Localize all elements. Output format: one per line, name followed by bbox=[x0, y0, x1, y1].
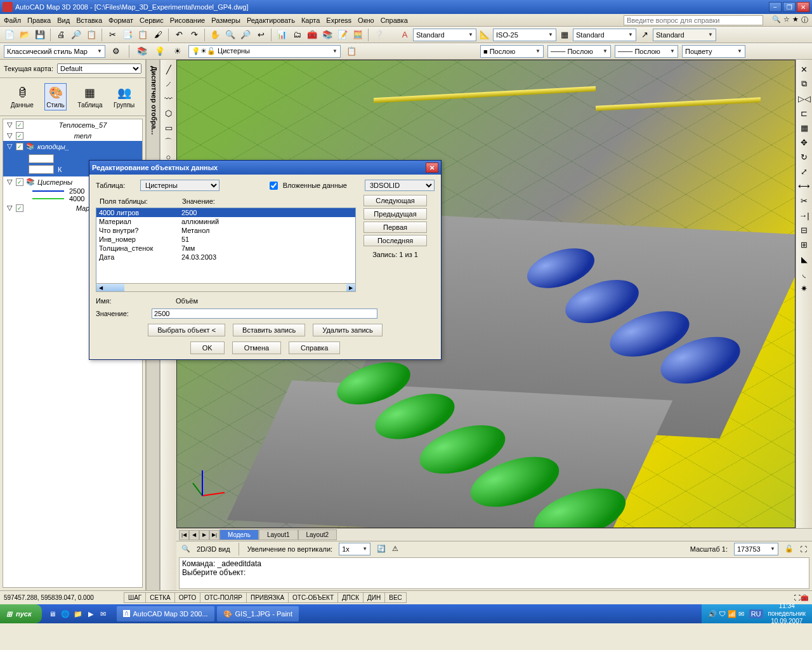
info-icon[interactable]: ⓘ bbox=[801, 15, 808, 25]
menu-window[interactable]: Окно bbox=[358, 17, 374, 24]
ql-desktop-icon[interactable]: 🖥 bbox=[47, 608, 58, 620]
menu-edit[interactable]: Правка bbox=[27, 17, 51, 24]
next-button[interactable]: Следующая bbox=[363, 195, 427, 206]
menu-service[interactable]: Сервис bbox=[140, 17, 164, 24]
menu-insert[interactable]: Вставка bbox=[76, 17, 102, 24]
ssm-icon[interactable]: 📚 bbox=[320, 28, 334, 42]
markup-icon[interactable]: 📝 bbox=[336, 28, 350, 42]
delete-record-button[interactable]: Удалить запись bbox=[313, 324, 383, 336]
minimize-button[interactable]: − bbox=[769, 2, 782, 12]
star2-icon[interactable]: ★ bbox=[792, 15, 799, 25]
mode-icon[interactable]: 🔍 bbox=[181, 545, 190, 553]
toggle-ducs[interactable]: ДПСК bbox=[337, 592, 363, 603]
copy-icon[interactable]: 📑 bbox=[121, 28, 134, 42]
text-style-combo[interactable]: Standard▼ bbox=[413, 29, 476, 41]
select-object-button[interactable]: Выбрать объект < bbox=[148, 324, 225, 336]
menu-map[interactable]: Карта bbox=[301, 17, 320, 24]
tab-prev-icon[interactable]: ◀ bbox=[189, 530, 199, 540]
table-icon[interactable]: ▦ bbox=[558, 28, 572, 42]
cleanscreen-icon[interactable]: ⛶ bbox=[794, 594, 801, 601]
current-map-select[interactable]: Default bbox=[57, 63, 141, 74]
help-icon[interactable]: ❔ bbox=[372, 28, 386, 42]
scale-icon[interactable]: ⤢ bbox=[797, 164, 811, 178]
menu-view[interactable]: Вид bbox=[57, 17, 70, 24]
zoomprev-icon[interactable]: ↩ bbox=[254, 28, 268, 42]
max-icon[interactable]: ⛶ bbox=[800, 545, 807, 553]
break-icon[interactable]: ⊟ bbox=[797, 223, 811, 237]
tab-model[interactable]: Модель bbox=[219, 529, 259, 540]
tab-layout2[interactable]: Layout2 bbox=[298, 529, 337, 540]
color-combo[interactable]: ■ Послою▼ bbox=[480, 45, 544, 58]
toggle-lwt[interactable]: ВЕС bbox=[384, 592, 407, 603]
menu-express[interactable]: Express bbox=[326, 17, 351, 24]
dim-style-combo[interactable]: ISO-25▼ bbox=[493, 29, 556, 41]
menu-format[interactable]: Формат bbox=[108, 17, 133, 24]
match-icon[interactable]: 🖌 bbox=[151, 28, 165, 42]
mlead-icon[interactable]: ↗ bbox=[638, 28, 652, 42]
toggle-grid[interactable]: СЕТКА bbox=[145, 592, 175, 603]
preview-icon[interactable]: 🔎 bbox=[69, 28, 83, 42]
toggle-otrack[interactable]: ОТС-ОБЪЕКТ bbox=[288, 592, 338, 603]
tools-icon[interactable]: 🧰 bbox=[801, 594, 808, 601]
scale-combo[interactable]: 173753▼ bbox=[734, 543, 778, 555]
layer-tool-icon[interactable]: 📋 bbox=[344, 44, 358, 58]
rect-icon[interactable]: ▭ bbox=[162, 121, 176, 135]
bulb-icon[interactable]: 💡 bbox=[153, 44, 167, 58]
ql-mail-icon[interactable]: ✉ bbox=[98, 608, 109, 620]
join-icon[interactable]: ⊞ bbox=[797, 237, 811, 251]
coords[interactable]: 597457.288, 595839.047, 0.000 bbox=[4, 594, 124, 601]
freeze-icon[interactable]: ☀ bbox=[171, 44, 185, 58]
open-icon[interactable]: 📂 bbox=[18, 28, 32, 42]
trim-icon[interactable]: ✂ bbox=[797, 194, 811, 208]
ok-button[interactable]: OK bbox=[190, 342, 225, 354]
cancel-button[interactable]: Отмена bbox=[232, 342, 281, 354]
tray-icon[interactable]: 📶 bbox=[728, 610, 737, 618]
ws-settings-icon[interactable]: ⚙ bbox=[109, 44, 123, 58]
dialog-close-button[interactable]: ✕ bbox=[426, 162, 438, 173]
lock-icon[interactable]: 🔓 bbox=[785, 545, 794, 553]
search-icon[interactable]: 🔍 bbox=[772, 15, 781, 25]
help-search-input[interactable] bbox=[624, 15, 763, 25]
undo-icon[interactable]: ↶ bbox=[172, 28, 186, 42]
restore-button[interactable]: ❐ bbox=[783, 2, 796, 12]
offset-icon[interactable]: ⊏ bbox=[797, 106, 811, 120]
line-icon[interactable]: ╱ bbox=[162, 62, 176, 76]
zscale-combo[interactable]: 1x▼ bbox=[339, 543, 370, 555]
tray-clock[interactable]: 11:34 понедельник 10.09.2007 bbox=[768, 602, 806, 625]
ql-explorer-icon[interactable]: 📁 bbox=[72, 608, 84, 620]
close-button[interactable]: ✕ bbox=[797, 2, 809, 12]
tray-icon[interactable]: 🔊 bbox=[708, 610, 717, 618]
print-icon[interactable]: 🖨 bbox=[54, 28, 68, 42]
explode-icon[interactable]: ✷ bbox=[797, 281, 811, 295]
prev-button[interactable]: Предыдущая bbox=[363, 208, 427, 220]
value-input[interactable] bbox=[152, 308, 377, 319]
last-button[interactable]: Последняя bbox=[363, 235, 427, 246]
dim-icon[interactable]: 📐 bbox=[478, 28, 492, 42]
arc-icon[interactable]: ⌒ bbox=[162, 135, 176, 149]
move-icon[interactable]: ✥ bbox=[797, 135, 811, 149]
task-data[interactable]: 🛢Данные bbox=[11, 85, 34, 109]
text-icon[interactable]: A bbox=[398, 28, 412, 42]
publish-icon[interactable]: 📋 bbox=[84, 28, 98, 42]
tp-icon[interactable]: 🧰 bbox=[305, 28, 319, 42]
mirror-icon[interactable]: ▷◁ bbox=[797, 91, 811, 105]
zoom-icon[interactable]: 🔍 bbox=[223, 28, 237, 42]
toggle-polar[interactable]: ОТС-ПОЛЯР bbox=[200, 592, 247, 603]
table-style-combo[interactable]: Standard▼ bbox=[573, 29, 636, 41]
task-table[interactable]: ▦Таблица bbox=[77, 85, 102, 109]
refresh-icon[interactable]: 🔄 bbox=[377, 545, 386, 553]
ql-wmp-icon[interactable]: ▶ bbox=[85, 608, 96, 620]
toggle-ortho[interactable]: ОРТО bbox=[174, 592, 200, 603]
table-select[interactable]: Цистерны bbox=[140, 180, 219, 191]
array-icon[interactable]: ▦ bbox=[797, 121, 811, 135]
toggle-dyn[interactable]: ДИН bbox=[363, 592, 385, 603]
menu-file[interactable]: Файл bbox=[4, 17, 21, 24]
tray-icon[interactable]: ✉ bbox=[738, 610, 744, 618]
h-scrollbar[interactable]: ◀▶ bbox=[96, 283, 356, 292]
stretch-icon[interactable]: ⟷ bbox=[797, 179, 811, 193]
pline-icon[interactable]: 〰 bbox=[162, 91, 176, 105]
ltype-combo[interactable]: ─── Послою▼ bbox=[547, 45, 611, 58]
first-button[interactable]: Первая bbox=[363, 222, 427, 233]
tray-icon[interactable]: 🛡 bbox=[719, 610, 726, 618]
chamfer-icon[interactable]: ◣ bbox=[797, 252, 811, 266]
